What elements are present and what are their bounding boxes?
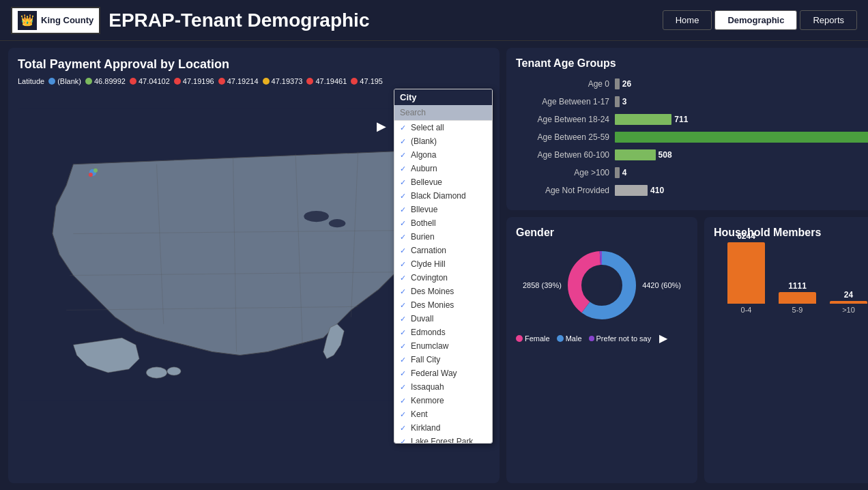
legend-46: 46.89992 xyxy=(85,77,126,85)
city-check-duvall: ✓ xyxy=(400,315,408,323)
household-val-04: 6244 xyxy=(737,231,755,241)
age-bar-fill xyxy=(615,114,671,125)
city-check-select-all: ✓ xyxy=(400,124,408,132)
city-label-des-monies: Des Monies xyxy=(411,300,454,310)
city-dropdown-label: City xyxy=(394,89,492,105)
donut-chart xyxy=(561,244,643,326)
age-row: Age Between 1-17 3 xyxy=(516,94,868,109)
city-label-lake-forest-park: Lake Forest Park xyxy=(411,437,473,444)
city-search-input[interactable] xyxy=(394,105,492,121)
household-fill-04 xyxy=(727,242,765,304)
city-check-des-monies: ✓ xyxy=(400,301,408,310)
city-item-fall-city[interactable]: ✓ Fall City xyxy=(394,353,492,366)
age-row-label: Age Betwen 60-100 xyxy=(516,150,615,160)
city-label-kenmore: Kenmore xyxy=(411,396,444,405)
city-label-edmonds: Edmonds xyxy=(411,328,446,337)
age-row: Age 0 26 xyxy=(516,76,868,91)
city-check-kent: ✓ xyxy=(400,410,408,419)
svg-point-13 xyxy=(89,173,93,177)
city-label-select-all: Select all xyxy=(411,123,444,132)
city-item-bllevue[interactable]: ✓ Bllevue xyxy=(394,203,492,216)
nav-demographic[interactable]: Demographic xyxy=(714,10,797,30)
header-nav: Home Demographic Reports xyxy=(663,10,857,30)
age-bar-fill xyxy=(615,167,620,178)
age-bar-wrap: 3 xyxy=(615,96,868,107)
header-left: 👑 King County EPRAP-Tenant Demographic xyxy=(11,7,369,34)
city-item-issaquah[interactable]: ✓ Issaquah xyxy=(394,380,492,394)
city-item-federal-way[interactable]: ✓ Federal Way xyxy=(394,366,492,380)
age-bar-fill xyxy=(615,149,656,160)
svg-point-18 xyxy=(584,268,620,303)
age-bar-value: 711 xyxy=(674,115,688,124)
city-item-covington[interactable]: ✓ Covington xyxy=(394,271,492,285)
city-item-carnation[interactable]: ✓ Carnation xyxy=(394,244,492,257)
household-fill-59 xyxy=(779,292,816,304)
age-bar-fill xyxy=(615,132,868,143)
female-label: Female xyxy=(525,334,550,343)
city-item-clyde-hill[interactable]: ✓ Clyde Hill xyxy=(394,257,492,271)
city-item-bothell[interactable]: ✓ Bothell xyxy=(394,216,492,230)
city-check-edmonds: ✓ xyxy=(400,328,408,337)
gender-nav-arrow[interactable]: ▶ xyxy=(658,332,669,345)
city-label-bothell: Bothell xyxy=(411,218,436,228)
city-label-duvall: Duvall xyxy=(411,314,433,323)
map-nav-arrow[interactable]: ▶ xyxy=(374,116,389,136)
city-item-burien[interactable]: ✓ Burien xyxy=(394,230,492,244)
female-dot xyxy=(516,335,523,342)
city-label-algona: Algona xyxy=(411,150,436,160)
age-row: Age Not Provided 410 xyxy=(516,183,868,198)
city-item-select-all[interactable]: ✓ Select all xyxy=(394,121,492,134)
age-bar-wrap: 410 xyxy=(615,185,868,196)
household-val-10: 24 xyxy=(844,290,853,300)
city-item-auburn[interactable]: ✓ Auburn xyxy=(394,162,492,175)
donut-container: 2858 (39%) 4420 (60%) xyxy=(516,244,688,326)
legend-dot-46 xyxy=(85,78,92,85)
legend-label-47195: 47.195 xyxy=(360,77,383,85)
legend-47195: 47.195 xyxy=(351,77,383,85)
city-item-duvall[interactable]: ✓ Duvall xyxy=(394,312,492,326)
city-item-blank[interactable]: ✓ (Blank) xyxy=(394,134,492,148)
household-bar-chart: 6244 0-4 1111 5-9 24 >10 xyxy=(714,246,868,314)
middle-row: Gender 2858 (39%) 4420 (60%) F xyxy=(506,217,868,483)
latitude-legend: Latitude (Blank) 46.89992 47.04102 47.19… xyxy=(18,77,490,85)
age-row: Age >100 4 xyxy=(516,165,868,180)
city-item-des-moines[interactable]: ✓ Des Moines xyxy=(394,285,492,298)
age-row-label: Age Between 25-59 xyxy=(516,132,615,142)
age-row-label: Age >100 xyxy=(516,168,615,177)
svg-point-3 xyxy=(146,367,167,378)
city-item-lake-forest-park[interactable]: ✓ Lake Forest Park xyxy=(394,435,492,444)
city-item-enumclaw[interactable]: ✓ Enumclaw xyxy=(394,339,492,353)
nav-home[interactable]: Home xyxy=(663,10,712,30)
logo-text: King County xyxy=(41,15,93,25)
city-item-black-diamond[interactable]: ✓ Black Diamond xyxy=(394,189,492,203)
city-dropdown[interactable]: City ✓ Select all ✓ (Blank) ✓ Algona ✓ A… xyxy=(394,89,493,444)
male-dot xyxy=(557,335,564,342)
city-item-bellevue[interactable]: ✓ Bellevue xyxy=(394,175,492,189)
city-label-black-diamond: Black Diamond xyxy=(411,191,466,201)
male-label: Male xyxy=(566,334,582,343)
city-item-kirkland[interactable]: ✓ Kirkland xyxy=(394,421,492,435)
city-item-kenmore[interactable]: ✓ Kenmore xyxy=(394,394,492,407)
city-item-kent[interactable]: ✓ Kent xyxy=(394,407,492,421)
city-check-bllevue: ✓ xyxy=(400,205,408,214)
page-title: EPRAP-Tenant Demographic xyxy=(108,10,369,31)
nav-reports[interactable]: Reports xyxy=(800,10,857,30)
city-check-kirkland: ✓ xyxy=(400,424,408,433)
city-check-auburn: ✓ xyxy=(400,164,408,173)
city-label-federal-way: Federal Way xyxy=(411,369,457,378)
age-bar-value: 3 xyxy=(622,97,627,106)
city-label-des-moines: Des Moines xyxy=(411,287,454,296)
city-item-des-monies[interactable]: ✓ Des Monies xyxy=(394,298,492,312)
age-bar-wrap: 711 xyxy=(615,114,868,125)
svg-point-2 xyxy=(329,219,345,227)
city-label-kirkland: Kirkland xyxy=(411,423,440,433)
household-bar-10: 24 >10 xyxy=(830,290,867,314)
age-bar-fill xyxy=(615,96,620,107)
legend-label-4704: 47.04102 xyxy=(139,77,170,85)
city-item-edmonds[interactable]: ✓ Edmonds xyxy=(394,326,492,339)
age-bar-wrap: 5724 xyxy=(615,132,868,143)
city-item-algona[interactable]: ✓ Algona xyxy=(394,148,492,162)
age-bar-wrap: 508 xyxy=(615,149,868,160)
gender-legend-prefer: Prefer not to say xyxy=(589,334,652,343)
legend-dot-blank xyxy=(48,78,55,85)
